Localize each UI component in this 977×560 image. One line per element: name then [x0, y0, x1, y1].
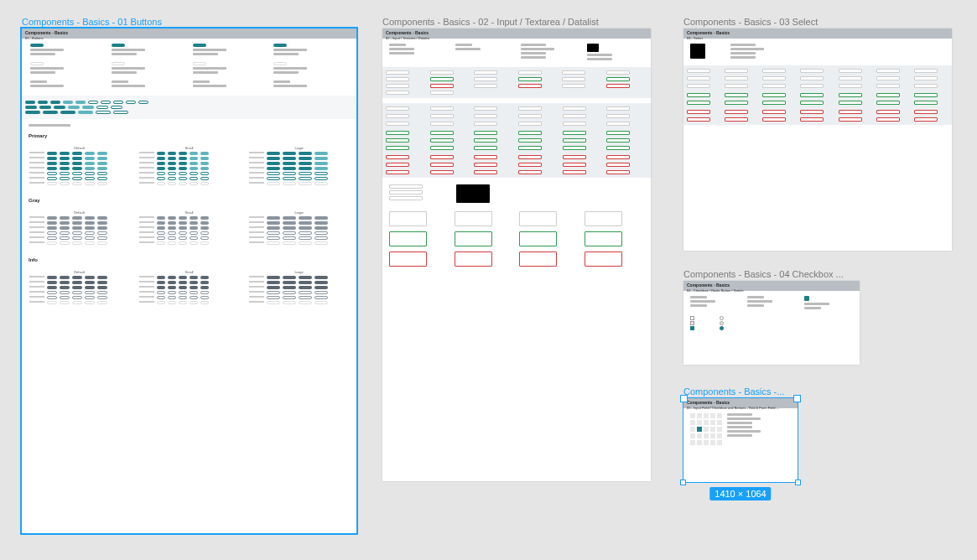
frame-small[interactable]: Components - Basics -... Components - Ba… — [683, 398, 798, 482]
section-gray: Gray — [29, 198, 350, 203]
size-default: Default — [29, 146, 129, 150]
section-primary: Primary — [29, 133, 350, 138]
frame-title-checkbox[interactable]: Components - Basics - 04 Checkbox ... — [683, 269, 844, 279]
header-text-5: Components - Basics — [687, 400, 730, 405]
frame-title-buttons[interactable]: Components - Basics - 01 Buttons — [22, 17, 162, 27]
frame-header-select: Components - Basics 03 - Select — [683, 29, 952, 39]
header-text-2: Components - Basics — [386, 30, 429, 35]
resize-handle-br[interactable] — [795, 480, 801, 485]
dimension-badge: 1410 × 1064 — [709, 487, 771, 500]
frame-select[interactable]: Components - Basics - 03 Select Componen… — [683, 29, 952, 251]
header-text-3: Components - Basics — [687, 30, 730, 35]
size-large: Large — [249, 146, 349, 150]
size-small-3: Small — [139, 270, 239, 274]
frame-header: Components - Basics 01 - Buttons — [22, 29, 356, 39]
resize-handle-bl[interactable] — [680, 480, 686, 485]
size-large-3: Large — [249, 270, 349, 274]
header-text: Components - Basics — [25, 30, 68, 35]
size-large-2: Large — [249, 210, 349, 215]
frame-title-select[interactable]: Components - Basics - 03 Select — [683, 17, 818, 27]
frame-checkbox[interactable]: Components - Basics - 04 Checkbox ... Co… — [683, 281, 860, 365]
size-default-3: Default — [29, 270, 129, 274]
frame-title-small[interactable]: Components - Basics -... — [683, 386, 784, 397]
header-sub-5: 05 - Input Field / Checkbox and Buttons … — [687, 406, 794, 410]
size-small-2: Small — [139, 210, 239, 215]
size-small: Small — [139, 146, 239, 150]
frame-header-inputs: Components - Basics 02 - Input / Textare… — [382, 29, 651, 39]
header-text-4: Components - Basics — [687, 283, 730, 288]
frame-inputs[interactable]: Components - Basics - 02 - Input / Texta… — [382, 29, 651, 481]
frame-header-small: Components - Basics 05 - Input Field / C… — [683, 398, 798, 408]
frame-header-checkbox: Components - Basics 04 - Checkbox / Radi… — [683, 281, 860, 291]
frame-title-inputs[interactable]: Components - Basics - 02 - Input / Texta… — [382, 17, 599, 27]
section-info: Info — [29, 257, 350, 262]
frame-buttons[interactable]: Components - Basics - 01 Buttons Compone… — [22, 29, 356, 533]
size-default-2: Default — [29, 210, 129, 215]
